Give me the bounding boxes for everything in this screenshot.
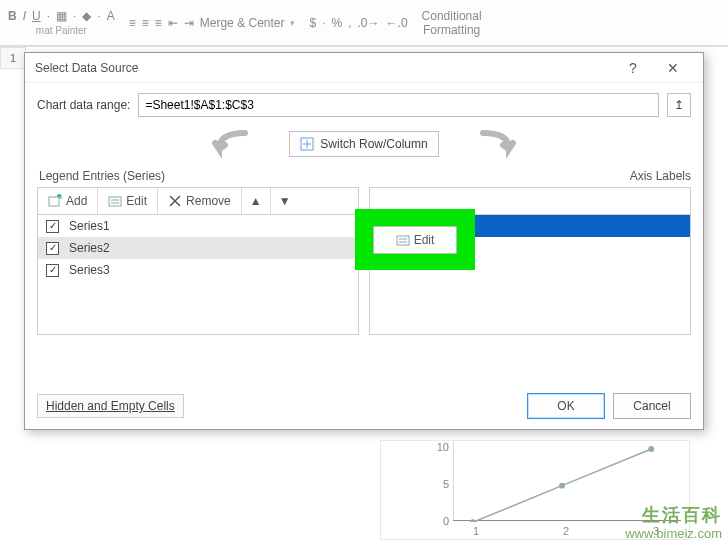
series-list-item[interactable]: ✓Series1 [38,215,358,237]
row-header-1[interactable]: 1 [0,47,26,69]
cancel-button[interactable]: Cancel [613,393,691,419]
legend-entries-panel: Legend Entries (Series) Add Edit Remove [37,167,359,335]
svg-point-5 [559,483,565,489]
y-tick: 10 [437,441,449,453]
increase-decimal-icon[interactable]: .0→ [358,16,380,30]
series-label: Series3 [69,263,110,277]
italic-button[interactable]: I [23,9,26,23]
move-down-button[interactable]: ▼ [271,188,299,214]
help-button[interactable]: ? [613,54,653,82]
series-label: Series1 [69,219,110,233]
svg-point-4 [470,519,476,522]
swap-icon [300,137,314,151]
svg-point-6 [648,446,654,452]
dialog-title: Select Data Source [35,61,613,75]
hidden-empty-cells-button[interactable]: Hidden and Empty Cells [37,394,184,418]
chart-data-range-label: Chart data range: [37,98,130,112]
series-list-item[interactable]: ✓Series2 [38,237,358,259]
y-tick: 0 [443,515,449,527]
x-tick: 2 [563,525,569,537]
remove-series-button[interactable]: Remove [158,188,242,214]
conditional-formatting-button[interactable]: Conditional Formatting [422,9,482,37]
edit-series-button[interactable]: Edit [98,188,158,214]
decrease-decimal-icon[interactable]: ←.0 [386,16,408,30]
watermark: 生活百科 www.bimeiz.com [625,505,722,542]
ok-button[interactable]: OK [527,393,605,419]
font-color-icon[interactable]: A [107,9,115,23]
currency-button[interactable]: $ [309,16,316,30]
switch-row-column-button[interactable]: Switch Row/Column [289,131,438,157]
merge-center-button[interactable]: Merge & Center [200,16,285,30]
align-center-icon[interactable]: ≡ [142,16,149,30]
series-listbox[interactable]: ✓Series1✓Series2✓Series3 [37,215,359,335]
tutorial-highlight: Edit [357,211,473,268]
range-picker-button[interactable]: ↥ [667,93,691,117]
y-tick: 5 [443,478,449,490]
svg-rect-1 [49,197,59,206]
align-left-icon[interactable]: ≡ [129,16,136,30]
series-label: Series2 [69,241,110,255]
fill-color-icon[interactable]: ◆ [82,9,91,23]
comma-button[interactable]: , [348,16,351,30]
move-up-button[interactable]: ▲ [242,188,271,214]
legend-entries-label: Legend Entries (Series) [39,169,359,183]
checkbox[interactable]: ✓ [46,242,59,255]
arrow-left-icon [209,129,249,159]
add-icon [48,194,62,208]
close-button[interactable]: ✕ [653,54,693,82]
svg-rect-3 [397,236,409,245]
align-right-icon[interactable]: ≡ [155,16,162,30]
checkbox[interactable]: ✓ [46,264,59,277]
ribbon: B I U · ▦ · ◆ · A mat Painter ≡ ≡ ≡ ⇤ ⇥ … [0,0,728,46]
indent-increase-icon[interactable]: ⇥ [184,16,194,30]
edit-axis-labels-button[interactable]: Edit [373,226,457,254]
remove-icon [168,194,182,208]
edit-icon [396,233,410,247]
series-list-item[interactable]: ✓Series3 [38,259,358,281]
border-icon[interactable]: ▦ [56,9,67,23]
arrow-right-icon [479,129,519,159]
chart-data-range-input[interactable] [138,93,659,117]
x-tick: 1 [473,525,479,537]
clipboard-group-label: mat Painter [36,25,87,36]
checkbox[interactable]: ✓ [46,220,59,233]
underline-button[interactable]: U [32,9,41,23]
edit-icon [108,194,122,208]
axis-labels-label: Axis Labels [371,169,691,183]
indent-decrease-icon[interactable]: ⇤ [168,16,178,30]
percent-button[interactable]: % [332,16,343,30]
svg-rect-2 [109,197,121,206]
bold-button[interactable]: B [8,9,17,23]
add-series-button[interactable]: Add [38,188,98,214]
legend-toolbar: Add Edit Remove ▲ ▼ [37,187,359,215]
chevron-down-icon[interactable]: ▾ [290,18,295,28]
